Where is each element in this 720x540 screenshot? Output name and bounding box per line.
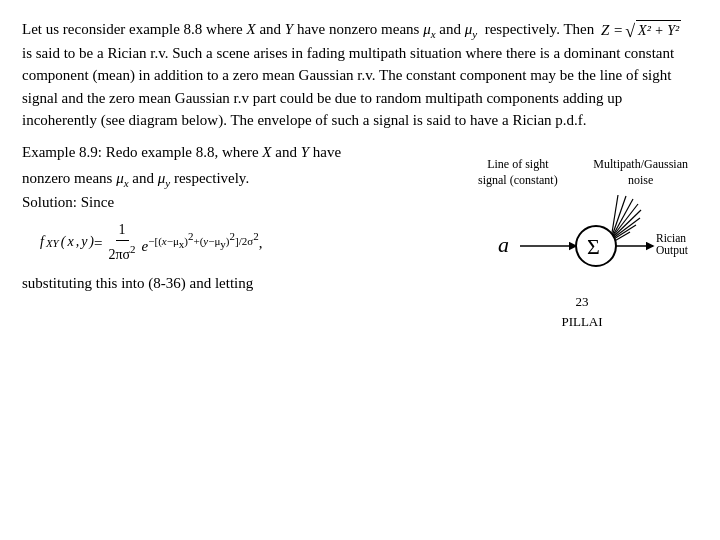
formula-lhs: fXY(x, y)	[40, 232, 94, 253]
mu-y-1: μy	[465, 21, 477, 37]
mu-x-1: μx	[423, 21, 435, 37]
a-label-text: a	[498, 232, 509, 257]
mu-y-2: μy	[158, 170, 170, 186]
rician-output-label2: Output	[656, 244, 688, 257]
var-X2: X	[262, 144, 271, 160]
diagram-right: Line of sightsignal (constant) Multipath…	[468, 157, 698, 331]
paragraph-2: Example 8.9: Redo example 8.8, where X a…	[22, 141, 698, 331]
footer-row: 23 PILLAI	[561, 292, 604, 330]
z-formula: Z = √ X² + Y²	[601, 19, 683, 41]
var-Y2: Y	[301, 144, 309, 160]
label-multipath-gaussian: Multipath/Gaussiannoise	[593, 157, 688, 188]
rician-output-label: Rician	[656, 232, 686, 244]
solution-line: Solution: Since	[22, 191, 468, 213]
nonzero-means-line: nonzero means μx and μy respectively.	[22, 167, 468, 191]
last-line: substituting this into (8-36) and lettin…	[22, 272, 468, 294]
page-number: 23 PILLAI	[561, 292, 602, 330]
var-Y1: Y	[285, 21, 293, 37]
sqrt-expression: √ X² + Y²	[625, 20, 681, 42]
label-line-of-sight: Line of sightsignal (constant)	[478, 157, 558, 188]
exp-x-sub: x	[179, 238, 185, 250]
formula-eq: =	[94, 232, 102, 254]
exp-y-sub: y	[220, 238, 226, 250]
sigma-symbol-text: Σ	[587, 234, 600, 259]
fraction-numerator: 1	[116, 220, 129, 242]
formula-exp: e−[(x−μx)2+(y−μy)2]/2σ2	[142, 228, 259, 257]
formula-comma: ,	[259, 232, 263, 254]
fraction-denominator: 2πσ2	[105, 241, 138, 265]
block-diagram-svg: a Σ Rician Output	[478, 190, 688, 290]
formula-sub: XY	[46, 235, 59, 251]
example-body: nonzero means μx and μy respectively. So…	[22, 167, 698, 331]
diagram-labels-row: Line of sightsignal (constant) Multipath…	[478, 157, 688, 188]
example-text-left: nonzero means μx and μy respectively. So…	[22, 167, 468, 294]
mu-x-2: μx	[116, 170, 128, 186]
paragraph-1: Let us reconsider example 8.8 where X an…	[22, 18, 698, 131]
var-X1: X	[247, 21, 256, 37]
sqrt-content: X² + Y²	[636, 20, 681, 42]
sqrt-symbol: √	[625, 22, 635, 40]
main-content: Let us reconsider example 8.8 where X an…	[22, 18, 698, 331]
exponent: −[(x−μx)2+(y−μy)2]/2σ2	[148, 235, 258, 247]
formula-block: fXY(x, y) = 1 2πσ2 e−[(x−μx)2+(y−μy)2]/2…	[40, 220, 468, 266]
para1-text: Let us reconsider example 8.8 where X an…	[22, 21, 686, 128]
formula-fraction: 1 2πσ2	[105, 220, 138, 266]
